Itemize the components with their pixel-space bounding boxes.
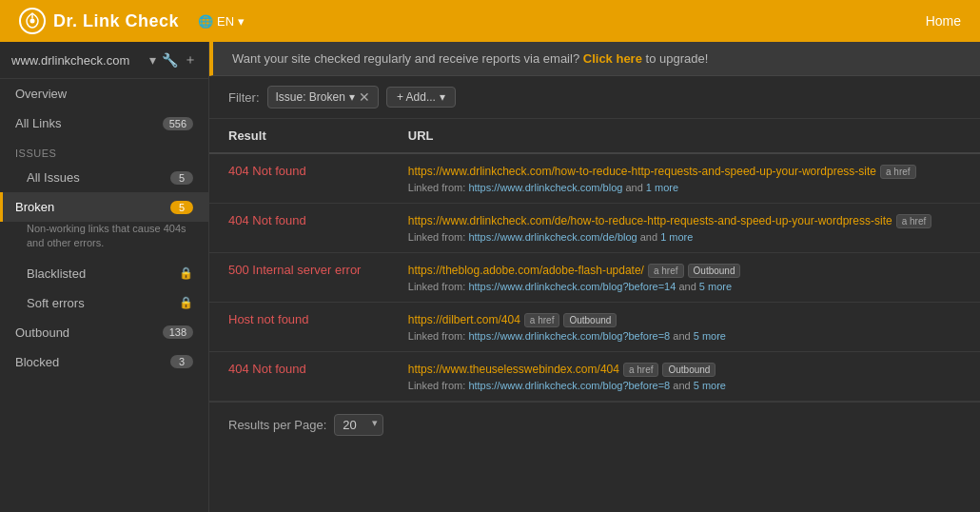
sidebar-item-soft-errors[interactable]: Soft errors 🔒 — [0, 288, 208, 318]
linked-from-2: Linked from: https://www.drlinkcheck.com… — [408, 281, 961, 292]
url-cell-4: https://www.theuselesswebindex.com/404a … — [389, 352, 980, 402]
url-link-2[interactable]: https://theblog.adobe.com/adobe-flash-up… — [408, 264, 644, 277]
promo-bar: Want your site checked regularly and rec… — [209, 42, 980, 76]
url-cell-1: https://www.drlinkcheck.com/de/how-to-re… — [389, 204, 980, 253]
site-name: www.drlinkcheck.com — [11, 53, 144, 68]
tag-ahref-4: a href — [623, 363, 659, 377]
active-filter-chip[interactable]: Issue: Broken ▾ ✕ — [267, 86, 379, 108]
filter-bar: Filter: Issue: Broken ▾ ✕ + Add... ▾ — [209, 76, 980, 119]
url-cell-2: https://theblog.adobe.com/adobe-flash-up… — [389, 253, 980, 303]
url-link-3[interactable]: https://dilbert.com/404 — [408, 313, 520, 326]
linked-from-url-4[interactable]: https://www.drlinkcheck.com/blog?before=… — [468, 380, 670, 391]
main-layout: www.drlinkcheck.com ▾ 🔧 ＋ Overview All L… — [0, 42, 980, 512]
soft-errors-lock-icon: 🔒 — [179, 296, 193, 309]
result-url-1: https://www.drlinkcheck.com/de/how-to-re… — [408, 213, 961, 228]
broken-description: Non-working links that cause 404s and ot… — [0, 222, 208, 259]
results-table: Result URL 404 Not foundhttps://www.drli… — [209, 119, 980, 402]
all-issues-badge: 5 — [170, 171, 193, 185]
lang-chevron-icon: ▾ — [238, 14, 245, 29]
promo-link[interactable]: Click here — [583, 51, 642, 66]
url-link-0[interactable]: https://www.drlinkcheck.com/how-to-reduc… — [408, 165, 876, 178]
outbound-label: Outbound — [15, 325, 69, 340]
filter-remove-icon[interactable]: ✕ — [359, 89, 370, 105]
url-link-4[interactable]: https://www.theuselesswebindex.com/404 — [408, 363, 619, 376]
all-issues-label: All Issues — [27, 170, 80, 185]
results-tbody: 404 Not foundhttps://www.drlinkcheck.com… — [209, 153, 980, 402]
url-link-1[interactable]: https://www.drlinkcheck.com/de/how-to-re… — [408, 214, 892, 227]
sidebar-item-blacklisted[interactable]: Blacklisted 🔒 — [0, 259, 208, 288]
add-filter-chevron-icon: ▾ — [440, 90, 445, 104]
dropdown-arrow-icon[interactable]: ▾ — [149, 52, 156, 68]
svg-point-1 — [30, 19, 35, 24]
result-cell-2: 500 Internal server error — [209, 253, 389, 303]
linked-from-url-0[interactable]: https://www.drlinkcheck.com/blog — [468, 182, 622, 193]
all-links-badge: 556 — [163, 117, 193, 130]
lang-selector[interactable]: 🌐 EN ▾ — [198, 14, 245, 29]
tag-ahref-1: a href — [896, 214, 932, 228]
blacklisted-label: Blacklisted — [27, 266, 86, 281]
more-link-3[interactable]: 5 more — [694, 330, 726, 342]
more-link-0[interactable]: 1 more — [646, 182, 678, 193]
header-left: Dr. Link Check 🌐 EN ▾ — [19, 8, 245, 34]
result-cell-1: 404 Not found — [209, 204, 389, 253]
linked-from-url-1[interactable]: https://www.drlinkcheck.com/de/blog — [468, 231, 637, 243]
sidebar-item-all-links[interactable]: All Links 556 — [0, 108, 208, 138]
tag-ahref-0: a href — [880, 165, 916, 179]
home-link[interactable]: Home — [926, 13, 961, 29]
per-page-label: Results per Page: — [228, 418, 326, 432]
table-row: 404 Not foundhttps://www.drlinkcheck.com… — [209, 153, 980, 204]
sidebar-item-blocked[interactable]: Blocked 3 — [0, 347, 208, 377]
result-cell-3: Host not found — [209, 303, 389, 352]
add-site-icon[interactable]: ＋ — [184, 51, 197, 69]
filter-chip-text: Issue: Broken — [276, 90, 345, 104]
linked-from-url-2[interactable]: https://www.drlinkcheck.com/blog?before=… — [468, 281, 676, 292]
wrench-icon[interactable]: 🔧 — [162, 52, 178, 68]
result-url-3: https://dilbert.com/404a hrefOutbound — [408, 312, 961, 327]
blacklisted-lock-icon: 🔒 — [179, 266, 193, 280]
tag-outbound-3: Outbound — [563, 313, 617, 327]
issues-section-label: Issues — [0, 138, 208, 163]
more-link-4[interactable]: 5 more — [694, 380, 726, 391]
logo-icon — [19, 8, 46, 34]
promo-text: Want your site checked regularly and rec… — [232, 51, 579, 66]
sidebar-item-broken[interactable]: Broken 5 — [0, 192, 208, 222]
sidebar-item-all-issues[interactable]: All Issues 5 — [0, 163, 208, 192]
blocked-badge: 3 — [170, 355, 193, 368]
url-cell-0: https://www.drlinkcheck.com/how-to-reduc… — [389, 153, 980, 204]
overview-label: Overview — [15, 87, 67, 101]
result-text: 404 Not found — [228, 164, 306, 178]
table-row: 500 Internal server errorhttps://theblog… — [209, 253, 980, 303]
sidebar-item-overview[interactable]: Overview — [0, 79, 208, 108]
all-links-label: All Links — [15, 116, 61, 130]
linked-from-url-3[interactable]: https://www.drlinkcheck.com/blog?before=… — [468, 330, 670, 342]
result-url-4: https://www.theuselesswebindex.com/404a … — [408, 362, 961, 377]
broken-label: Broken — [15, 200, 54, 214]
sidebar-item-outbound[interactable]: Outbound 138 — [0, 318, 208, 347]
result-text: 404 Not found — [228, 213, 306, 227]
add-filter-button[interactable]: + Add... ▾ — [386, 87, 456, 108]
site-row: www.drlinkcheck.com ▾ 🔧 ＋ — [0, 42, 208, 79]
linked-from-1: Linked from: https://www.drlinkcheck.com… — [408, 231, 961, 243]
linked-from-4: Linked from: https://www.drlinkcheck.com… — [408, 380, 961, 391]
result-text: 404 Not found — [228, 362, 306, 376]
col-url: URL — [389, 119, 980, 153]
more-link-1[interactable]: 1 more — [660, 231, 693, 243]
result-cell-0: 404 Not found — [209, 153, 389, 204]
pagination-bar: Results per Page: 102050100 — [209, 402, 980, 447]
linked-from-3: Linked from: https://www.drlinkcheck.com… — [408, 330, 961, 342]
soft-errors-label: Soft errors — [27, 296, 85, 310]
filter-label: Filter: — [228, 90, 260, 105]
result-cell-4: 404 Not found — [209, 352, 389, 402]
result-text: 500 Internal server error — [228, 263, 361, 277]
table-row: 404 Not foundhttps://www.theuselesswebin… — [209, 352, 980, 402]
tag-outbound-2: Outbound — [688, 264, 741, 278]
header: Dr. Link Check 🌐 EN ▾ Home — [0, 0, 980, 42]
lang-globe-icon: 🌐 — [198, 14, 213, 29]
result-url-2: https://theblog.adobe.com/adobe-flash-up… — [408, 263, 961, 278]
per-page-select[interactable]: 102050100 — [334, 414, 383, 436]
url-cell-3: https://dilbert.com/404a hrefOutboundLin… — [389, 303, 980, 352]
per-page-wrapper[interactable]: 102050100 — [334, 414, 383, 436]
tag-ahref-3: a href — [524, 313, 560, 327]
more-link-2[interactable]: 5 more — [699, 281, 732, 292]
table-row: 404 Not foundhttps://www.drlinkcheck.com… — [209, 204, 980, 253]
